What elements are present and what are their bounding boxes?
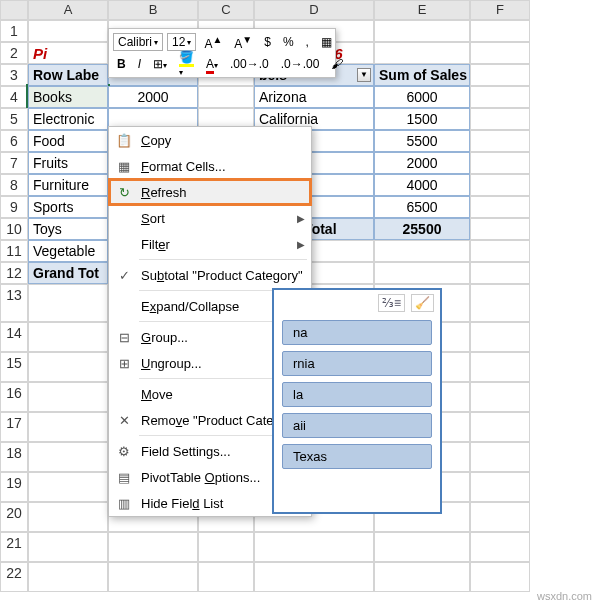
slicer-item[interactable]: rnia [282,351,432,376]
format-painter-icon[interactable]: 🖌 [327,55,347,73]
cell[interactable] [28,442,108,472]
menu-filter[interactable]: Filter▶ [109,231,311,257]
cell[interactable] [470,108,530,130]
cell[interactable] [470,174,530,196]
row-header[interactable]: 12 [0,262,28,284]
pivot-item[interactable]: Sports [28,196,108,218]
col-header[interactable]: F [470,0,530,20]
clear-filter-icon[interactable]: 🧹 [411,294,434,312]
row-header[interactable]: 20 [0,502,28,532]
percent-icon[interactable]: % [279,33,298,51]
cell[interactable] [470,240,530,262]
pivot-value[interactable]: 5500 [374,130,470,152]
row-header[interactable]: 8 [0,174,28,196]
cell[interactable] [28,284,108,322]
row-header[interactable]: 17 [0,412,28,442]
pivot-value[interactable]: 2000 [374,152,470,174]
row-header[interactable]: 14 [0,322,28,352]
row-header[interactable]: 13 [0,284,28,322]
increase-decimal-icon[interactable]: .0→.00 [277,55,324,73]
pivot-item[interactable]: Furniture [28,174,108,196]
pivot-value[interactable]: 6000 [374,86,470,108]
cell[interactable] [470,86,530,108]
decrease-font-icon[interactable]: A▼ [230,32,256,53]
cell[interactable] [470,152,530,174]
grand-total-label[interactable]: Grand Tot [28,262,108,284]
pivot-item[interactable]: Electronic [28,108,108,130]
row-header[interactable]: 7 [0,152,28,174]
comma-icon[interactable]: , [302,33,313,51]
pivot-item[interactable]: Arizona [254,86,374,108]
pivot-item[interactable]: Fruits [28,152,108,174]
cell[interactable] [28,382,108,412]
row-header[interactable]: 22 [0,562,28,592]
col-header[interactable]: A [28,0,108,20]
cell[interactable] [374,240,470,262]
row-header[interactable]: 2 [0,42,28,64]
cell[interactable] [470,64,530,86]
pivot-value[interactable]: 4000 [374,174,470,196]
pivot-value[interactable]: 6500 [374,196,470,218]
row-header[interactable]: 10 [0,218,28,240]
cell[interactable] [470,382,530,412]
grand-total-value[interactable]: 25500 [374,218,470,240]
increase-font-icon[interactable]: A▲ [200,32,226,53]
row-header[interactable]: 4 [0,86,28,108]
pivot-item[interactable]: Books [28,86,108,108]
pivot-value[interactable]: 1500 [374,108,470,130]
cell[interactable] [470,532,530,562]
pivot-value[interactable]: 2000 [108,86,198,108]
cell[interactable] [28,352,108,382]
row-header[interactable]: 9 [0,196,28,218]
cell[interactable] [374,532,470,562]
row-header[interactable]: 19 [0,472,28,502]
italic-icon[interactable]: I [134,55,145,73]
pivot-item[interactable]: Food [28,130,108,152]
cell[interactable] [470,322,530,352]
cell[interactable] [28,562,108,592]
pivot-title[interactable]: Pi [28,42,108,64]
corner-cell[interactable] [0,0,28,20]
slicer-panel[interactable]: ⅔≡ 🧹 na rnia la aii Texas [272,288,442,514]
row-header[interactable]: 1 [0,20,28,42]
row-header[interactable]: 15 [0,352,28,382]
cell[interactable] [470,442,530,472]
cell[interactable] [108,532,198,562]
cell[interactable] [374,262,470,284]
cell[interactable] [374,20,470,42]
borders-icon[interactable]: ⊞▾ [149,55,171,73]
slicer-item[interactable]: na [282,320,432,345]
cell[interactable] [198,532,254,562]
cell[interactable] [198,86,254,108]
pivot-item[interactable]: Vegetable [28,240,108,262]
row-header[interactable]: 21 [0,532,28,562]
row-header[interactable]: 18 [0,442,28,472]
cell[interactable] [28,20,108,42]
col-header[interactable]: B [108,0,198,20]
cell[interactable] [254,532,374,562]
pivot-values-header[interactable]: Sum of Sales [374,64,470,86]
cell[interactable] [374,42,470,64]
slicer-item[interactable]: la [282,382,432,407]
bold-icon[interactable]: B [113,55,130,73]
fill-color-icon[interactable]: 🪣▾ [175,48,198,80]
pivot-item[interactable]: Toys [28,218,108,240]
menu-refresh[interactable]: ↻Refresh [109,179,311,205]
menu-sort[interactable]: Sort▶ [109,205,311,231]
cell[interactable] [254,562,374,592]
cell[interactable] [28,532,108,562]
cell[interactable] [470,196,530,218]
cell[interactable] [28,322,108,352]
cell[interactable] [470,20,530,42]
row-header[interactable]: 6 [0,130,28,152]
cell[interactable] [470,472,530,502]
cell[interactable] [28,472,108,502]
menu-copy[interactable]: 📋CCopyopy [109,127,311,153]
col-header[interactable]: E [374,0,470,20]
menu-subtotal[interactable]: ✓Subtotal "Product Category" [109,262,311,288]
cell[interactable] [470,262,530,284]
col-header[interactable]: D [254,0,374,20]
cell[interactable] [108,562,198,592]
cell[interactable] [28,412,108,442]
cell[interactable] [470,42,530,64]
